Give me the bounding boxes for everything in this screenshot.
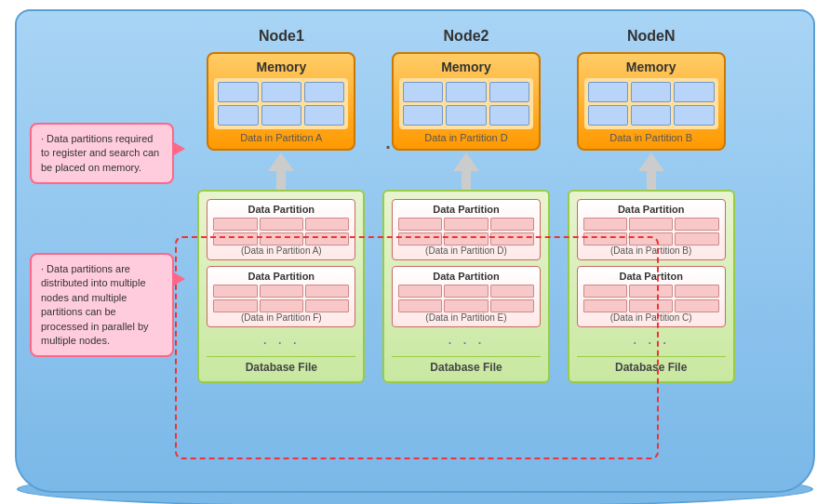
pc [675,218,718,231]
mc [674,82,714,102]
node1-memory-label: Memory [214,60,348,74]
pc [490,218,534,231]
node1-partition-2-sub: (Data in Partition F) [213,312,349,323]
node1-partition-1-sub: (Data in Partition A) [213,245,349,256]
nodeN-memory-data-label: Data in Partition B [584,132,718,143]
node1-partition-2-title: Data Partition [213,271,349,282]
mc [403,105,443,126]
mc [261,105,301,126]
callout-1-text: · Data partitions required to register a… [41,133,159,173]
pc [629,218,673,231]
mc [218,105,258,126]
pc [490,285,534,298]
mc [446,82,486,102]
nodeN-partition-1: Data Partition (Data in Partition B) [577,199,726,260]
pc [490,299,534,312]
mc [218,82,258,102]
nodeN-partition-1-title: Data Partition [583,204,719,215]
node2-db-cylinder: Data Partition (Data in Partition D) Dat… [382,190,550,383]
pc [398,299,442,312]
pc [444,299,488,312]
pc [398,232,442,245]
node1-partition-1-title: Data Partition [213,204,349,215]
node1-partition-1-grid [213,218,349,245]
node2-partition-2: Data Partition (Data in Partition E) [392,266,541,327]
main-container: · Data partitions required to register a… [15,9,815,493]
pc [398,218,442,231]
callout-2: · Data partitions are distributed into m… [30,253,174,357]
pc [213,285,257,298]
pc [583,299,627,312]
mc [631,105,671,126]
node2-label: Node2 [444,28,489,45]
pc [305,285,349,298]
pc [583,285,627,298]
node1-memory-data-label: Data in Partition A [214,132,348,143]
pc [260,285,303,298]
pc [444,285,488,298]
mc [446,105,486,126]
mc [674,105,714,126]
node2-partition-1-sub: (Data in Partition D) [398,245,534,256]
pc [675,285,718,298]
pc [260,232,303,245]
node2-memory-data-label: Data in Partition D [399,132,533,143]
node2-partition-1-grid [398,218,534,245]
node1-db-dots: · · · [207,333,355,352]
pc [629,232,673,245]
nodeN-memory-grid [584,78,718,129]
node1-partition-1: Data Partition (Data in Partition A) [207,199,355,260]
pc [260,299,303,312]
pc [629,299,673,312]
mc [489,105,529,126]
pc [305,299,349,312]
nodeN-memory-label: Memory [584,60,718,74]
mc [261,82,301,102]
node2-arrow [455,153,477,190]
nodeN-partition-1-grid [583,218,719,245]
callout-2-text: · Data partitions are distributed into m… [41,263,149,346]
pc [444,232,488,245]
node2-memory-label: Memory [399,60,533,74]
nodeN-db-label: Database File [577,356,726,374]
mc [588,105,628,126]
nodeN-arrow [640,153,663,190]
node1-partition-2: Data Partition (Data in Partition F) [207,266,355,327]
nodeN-partition-2-grid [583,285,719,312]
node1-db-label: Database File [207,356,355,374]
mc [403,82,443,102]
pc [260,218,303,231]
mc [304,82,344,102]
node1-memory-grid [214,78,348,129]
node1-memory-box: Memory Data in Partition A [207,52,355,151]
node2-memory-box: Memory Data in Partition D [392,52,541,151]
node2-partition-1: Data Partition (Data in Partition D) [392,199,541,260]
node2-partition-1-title: Data Partition [398,204,534,215]
mc [588,82,628,102]
pc [675,232,718,245]
pc [213,218,257,231]
pc [305,218,349,231]
callout-1: · Data partitions required to register a… [30,123,174,184]
node2-db-label: Database File [392,356,541,374]
pc [305,232,349,245]
pc [629,285,673,298]
pc [444,218,488,231]
node2-arrow-up [455,153,477,190]
node1-column: Node1 Memory Data in Partition A [194,28,369,383]
mc [304,105,344,126]
pc [675,299,718,312]
nodeN-arrow-up [640,153,663,190]
node2-db-dots: · · · [392,333,541,352]
node1-arrow-up [270,153,292,190]
node2-partition-2-title: Data Partition [398,271,534,282]
pc [213,299,257,312]
pc [398,285,442,298]
nodeN-partition-2: Data Partiton (Data in Partition C) [577,266,726,327]
mc [631,82,671,102]
pc [490,232,534,245]
nodeN-db-cylinder: Data Partition (Data in Partition B) Dat… [568,190,735,383]
node1-db-cylinder: Data Partition (Data in Partition A) Dat… [197,190,365,383]
mc [489,82,529,102]
nodeN-partition-1-sub: (Data in Partition B) [583,245,719,256]
